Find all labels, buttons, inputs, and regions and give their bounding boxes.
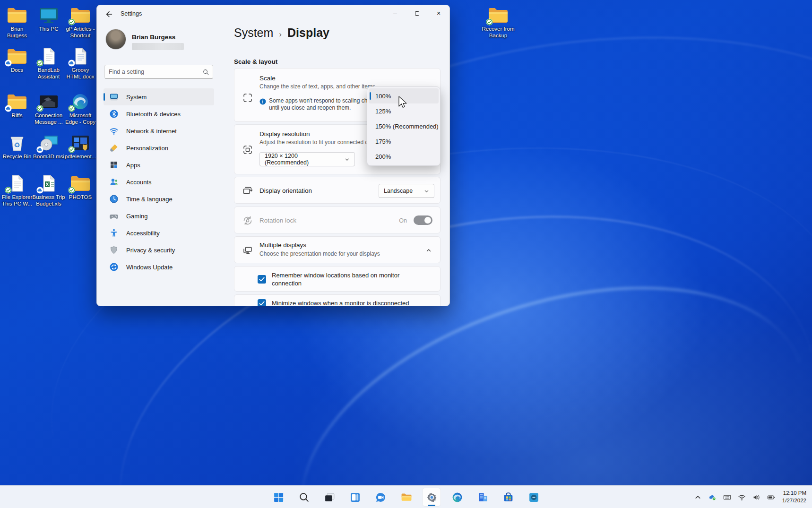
sidebar-item-label: Windows Update [126, 264, 173, 271]
chevron-up-icon[interactable] [426, 248, 432, 253]
taskbar-task-view-button[interactable] [320, 488, 339, 507]
chat-icon [375, 491, 387, 503]
page-title: Display [287, 26, 329, 40]
desktop-icon-pdfelement[interactable]: pdfelement... [64, 134, 97, 160]
sidebar-item-network-internet[interactable]: Network & internet [104, 122, 214, 139]
system-tray: 12:10 PM 1/27/2022 [690, 486, 809, 508]
taskbar-search-button[interactable] [294, 488, 313, 507]
desktop-icon-file-explorer[interactable]: File Explorer This PC W... [0, 174, 34, 207]
desktop-icon-riffs[interactable]: Riffs [0, 93, 34, 119]
desktop-icon-bandlab[interactable]: BandLab Assistant [32, 47, 65, 80]
toggle-knob [424, 217, 431, 224]
avatar[interactable] [105, 29, 126, 50]
desktop-icon-label: Groovy HTML.docx [64, 67, 97, 80]
desktop-icon-label: Connection Message ... [32, 112, 65, 125]
sidebar-item-gaming[interactable]: Gaming [104, 207, 214, 224]
desktop-icon-recycle-bin[interactable]: ♻Recycle Bin [0, 134, 34, 160]
sync-check-badge [36, 105, 43, 112]
desktop-icon-brian-burgess[interactable]: Brian Burgess [0, 6, 34, 39]
sidebar-item-label: Apps [126, 162, 140, 169]
maximize-button[interactable] [406, 5, 428, 21]
orientation-card[interactable]: Display orientation Landscape [234, 177, 441, 204]
tray-wifi-icon[interactable] [736, 490, 748, 504]
desktop-icon-connection[interactable]: Connection Message ... [32, 93, 65, 125]
scale-option-200[interactable]: 200% [369, 149, 439, 164]
tray-touch-keyboard-icon[interactable] [721, 490, 734, 504]
store-icon [502, 491, 514, 503]
sidebar-item-windows-update[interactable]: Windows Update [104, 258, 214, 276]
multiple-displays-card[interactable]: Multiple displays Choose the presentatio… [234, 236, 441, 263]
cloud-badge [5, 60, 12, 67]
rotation-lock-toggle[interactable] [414, 215, 432, 225]
taskbar-remote-app-button[interactable] [524, 488, 543, 507]
search-input[interactable] [109, 69, 203, 75]
remember-locations-row[interactable]: Remember window locations based on monit… [234, 266, 441, 292]
system-icon [109, 92, 119, 102]
desktop-icon-groovy[interactable]: Groovy HTML.docx [64, 47, 97, 80]
back-button[interactable] [103, 9, 116, 19]
scale-option-175[interactable]: 175% [369, 134, 439, 149]
breadcrumb-root[interactable]: System [234, 26, 273, 40]
clock-time: 12:10 PM [782, 490, 806, 497]
breadcrumb-separator: › [279, 30, 282, 39]
scale-desc: Change the size of text, apps, and other… [259, 83, 385, 90]
sidebar-item-label: Privacy & security [126, 247, 175, 254]
desktop-icon-docs[interactable]: Docs [0, 47, 34, 73]
taskbar-store-button[interactable] [499, 488, 518, 507]
resolution-select[interactable]: 1920 × 1200 (Recommended) [259, 152, 355, 166]
sidebar-item-system[interactable]: System [104, 88, 214, 105]
info-icon [259, 98, 266, 105]
sidebar-item-apps[interactable]: Apps [104, 156, 214, 173]
cloud-badge [5, 105, 12, 112]
taskbar-server-app-button[interactable] [473, 488, 492, 507]
svg-text:♻: ♻ [14, 141, 20, 149]
search-box[interactable] [104, 65, 213, 79]
close-button[interactable]: × [428, 5, 449, 21]
sidebar-item-privacy-security[interactable]: Privacy & security [104, 241, 214, 258]
file-explorer-icon [400, 491, 412, 503]
sidebar-item-accessibility[interactable]: Accessibility [104, 224, 214, 241]
minimize-windows-row[interactable]: Minimize windows when a monitor is disco… [234, 294, 441, 306]
minimize-button[interactable]: – [384, 5, 406, 21]
desktop-icon-this-pc[interactable]: This PC [32, 6, 65, 32]
section-label: Scale & layout [234, 58, 277, 65]
start-icon [273, 491, 285, 503]
desktop-icon-boom3d-msi[interactable]: Boom3D.msi [32, 134, 65, 160]
desktop-icon-label: BandLab Assistant [32, 67, 65, 80]
folder-icon [69, 174, 91, 192]
taskbar-chat-button[interactable] [371, 488, 390, 507]
sidebar-item-accounts[interactable]: Accounts [104, 173, 214, 190]
rotation-lock-title: Rotation lock [259, 217, 296, 224]
breadcrumb: System › Display [234, 26, 329, 40]
folder-icon [487, 6, 509, 24]
taskbar-clock[interactable]: 12:10 PM 1/27/2022 [782, 490, 806, 504]
scale-option-150-recommended[interactable]: 150% (Recommended) [369, 119, 439, 134]
tray-chevron-up-icon[interactable] [692, 490, 704, 504]
desktop-icon-business-trip[interactable]: Business Trip Budget.xls [32, 174, 65, 207]
minimize-windows-checkbox[interactable] [258, 299, 266, 306]
titlebar[interactable]: Settings – × [97, 5, 449, 22]
taskbar-file-explorer-button[interactable] [397, 488, 415, 507]
tray-volume-icon[interactable] [751, 490, 763, 504]
cloud-badge [36, 146, 43, 153]
sidebar-item-personalization[interactable]: Personalization [104, 139, 214, 156]
taskbar-edge-button[interactable] [448, 488, 466, 507]
sidebar-item-label: Bluetooth & devices [126, 111, 181, 118]
taskbar-settings-button[interactable] [422, 488, 441, 507]
personalization-icon [109, 143, 119, 153]
desktop-icon-gp-articles[interactable]: gP Articles - Shortcut [64, 6, 97, 39]
sidebar-item-bluetooth-devices[interactable]: Bluetooth & devices [104, 105, 214, 122]
remember-locations-checkbox[interactable] [258, 275, 266, 284]
tray-battery-icon[interactable] [765, 490, 777, 504]
desktop-icon-photos[interactable]: PHOTOS [64, 174, 97, 200]
orientation-select[interactable]: Landscape [379, 184, 434, 198]
sidebar-item-time-language[interactable]: Time & language [104, 190, 214, 207]
rotation-lock-card: Rotation lock On [234, 207, 441, 233]
pc-icon [38, 6, 60, 24]
desktop-icon-recover-from[interactable]: Recover from Backup [482, 6, 515, 39]
search-icon [298, 491, 310, 503]
taskbar-widgets-button[interactable] [346, 488, 364, 507]
tray-onedrive-icon[interactable] [707, 490, 719, 504]
taskbar-start-button[interactable] [269, 488, 288, 507]
desktop-icon-microsoft[interactable]: Microsoft Edge - Copy [64, 93, 97, 125]
